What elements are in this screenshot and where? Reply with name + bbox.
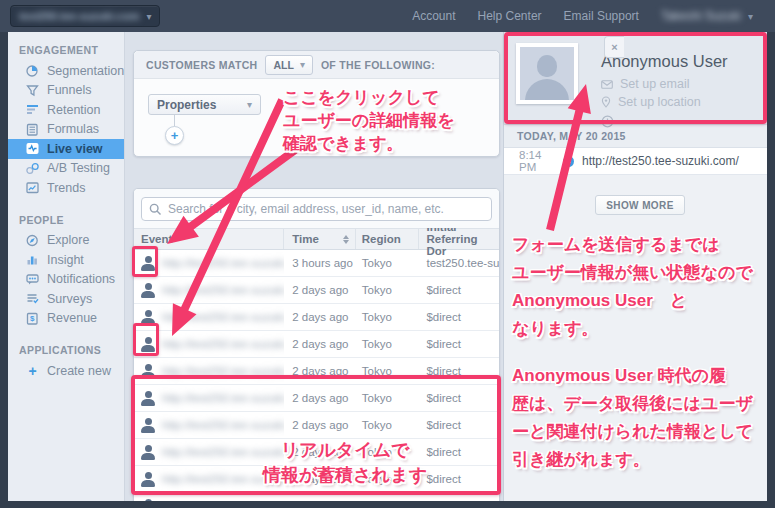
user-icon[interactable] [141,445,155,460]
user-icon[interactable] [141,418,155,433]
user-icon[interactable] [141,364,155,379]
calculator-icon [25,122,40,137]
table-row[interactable]: http://test250.tee-suzuki.com/ 2 days ag… [134,466,499,493]
profile-event-row[interactable]: 8:14 PM http://test250.tee-suzuki.com/ [504,148,767,175]
table-row[interactable]: http://test250.tee-suzuki.com/ 2 days ag… [134,331,499,358]
compass-icon [25,233,40,248]
close-icon: × [611,41,617,53]
retention-bars-icon [25,102,40,117]
profile-event-url: http://test250.tee-suzuki.com/ [582,154,739,168]
user-icon[interactable] [141,391,155,406]
sidebar-item-segmentation[interactable]: Segmentation [8,61,124,81]
set-up-location-link[interactable]: Set up location [601,95,701,109]
event-time: 2 days ago [284,439,356,465]
filter-body: Properties ▾ + [134,79,499,157]
table-row[interactable]: http://test250.tee-suzuki.com/ 3 hours a… [134,250,499,277]
match-select[interactable]: ALL ▾ [265,55,312,75]
survey-list-icon [25,291,40,306]
user-icon[interactable] [141,283,155,298]
event-region: Tokyo [356,466,420,492]
bar-chart-icon [25,252,40,267]
table-row[interactable]: http://test250.tee-suzuki.com/ 2 days ag… [134,439,499,466]
profile-panel: Anonymous User Set up email Set up locat… [503,32,767,501]
topbar-link-email-support[interactable]: Email Support [564,9,639,23]
sidebar-item-formulas[interactable]: Formulas [8,120,124,140]
sidebar-item-create-new[interactable]: + Create new [8,361,124,381]
table-row[interactable]: http://test250.tee-suzuki.com/ 2 days ag… [134,358,499,385]
event-referrer: $direct [419,331,499,357]
chevron-down-icon: ▾ [247,99,252,110]
sidebar-item-label: Segmentation [47,64,124,78]
event-time: 2 days ago [284,466,356,492]
sidebar-item-funnels[interactable]: Funnels [8,81,124,101]
user-menu[interactable]: Takeshi Suzuki ▾ [661,9,753,23]
properties-dropdown[interactable]: Properties ▾ [148,94,261,115]
table-row[interactable]: http://test250.tee-suzuki.com/ 2 days ag… [134,412,499,439]
speech-bubble-icon [25,272,40,287]
project-name: test250.tee-suzuki.com [19,10,139,22]
event-url: http://test250.tee-suzuki.com/ [162,257,284,269]
event-region: Tokyo [356,358,420,384]
envelope-icon [601,80,613,89]
profile-event-time: 8:14 PM [519,149,561,173]
trend-line-icon [25,180,40,195]
close-panel-button[interactable]: × [604,36,624,58]
column-header-region: Region [356,229,420,249]
sidebar-item-trends[interactable]: Trends [8,178,124,198]
user-icon[interactable] [141,499,155,502]
sidebar-item-ab-testing[interactable]: A/B Testing [8,159,124,179]
user-icon[interactable] [141,256,155,271]
table-row[interactable]: http://test250.tee-suzuki.com/ 2 days ag… [134,277,499,304]
project-selector[interactable]: test250.tee-suzuki.com ▾ [10,5,160,27]
table-row[interactable]: http://test250.tee-suzuki.com/ 2 days ag… [134,493,499,501]
event-url: http://test250.tee-suzuki.com/ [162,392,284,404]
sidebar-item-label: Notifications [47,272,115,286]
event-url: http://test250.tee-suzuki.com/ [162,419,284,431]
chevron-down-icon: ▾ [748,11,753,22]
sidebar-item-explore[interactable]: Explore [8,231,124,251]
user-icon[interactable] [141,310,155,325]
sidebar-item-insight[interactable]: Insight [8,250,124,270]
sidebar-item-label: Surveys [47,292,92,306]
event-type-icon [563,156,574,167]
sidebar-item-surveys[interactable]: Surveys [8,289,124,309]
topbar-links: Account Help Center Email Support Takesh… [390,9,753,23]
topbar-link-account[interactable]: Account [412,9,455,23]
sidebar-item-notifications[interactable]: Notifications [8,270,124,290]
table-header: Event Time Region Initial Referring Dor [134,228,499,250]
event-time: 3 hours ago [284,250,356,276]
main-content: CUSTOMERS MATCH ALL ▾ OF THE FOLLOWING: … [125,32,503,501]
sidebar-item-retention[interactable]: Retention [8,100,124,120]
show-more-button[interactable]: SHOW MORE [595,195,685,215]
pie-chart-icon [25,63,40,78]
event-referrer: $direct [419,358,499,384]
event-referrer: $direct [419,277,499,303]
event-region: Tokyo [356,277,420,303]
search-input[interactable] [141,197,492,221]
event-referrer: $direct [419,304,499,330]
svg-text:$: $ [30,314,35,323]
column-header-time[interactable]: Time [284,229,356,249]
event-time: 2 days ago [284,358,356,384]
user-icon[interactable] [141,472,155,487]
set-up-email-link[interactable]: Set up email [601,77,689,91]
sidebar-item-revenue[interactable]: $ Revenue [8,309,124,329]
table-row[interactable]: http://test250.tee-suzuki.com/ 2 days ag… [134,385,499,412]
sidebar-item-live-view[interactable]: Live view [8,139,124,159]
set-up-location-label: Set up location [618,95,701,109]
sidebar-item-label: Revenue [47,311,97,325]
customers-match-label: CUSTOMERS MATCH [146,59,257,71]
app-window: test250.tee-suzuki.com ▾ Account Help Ce… [0,0,775,508]
funnel-icon [25,83,40,98]
topbar-link-help-center[interactable]: Help Center [478,9,542,23]
event-time: 2 days ago [284,304,356,330]
user-icon[interactable] [141,337,155,352]
topbar: test250.tee-suzuki.com ▾ Account Help Ce… [0,0,775,32]
event-region: Tokyo [356,304,420,330]
set-up-email-label: Set up email [620,77,689,91]
match-value: ALL [273,59,293,71]
table-row[interactable]: http://test250.tee-suzuki.com/ 2 days ag… [134,304,499,331]
sort-icon[interactable] [343,235,349,244]
add-filter-button[interactable]: + [165,126,184,145]
event-url: http://test250.tee-suzuki.com/ [162,500,284,501]
